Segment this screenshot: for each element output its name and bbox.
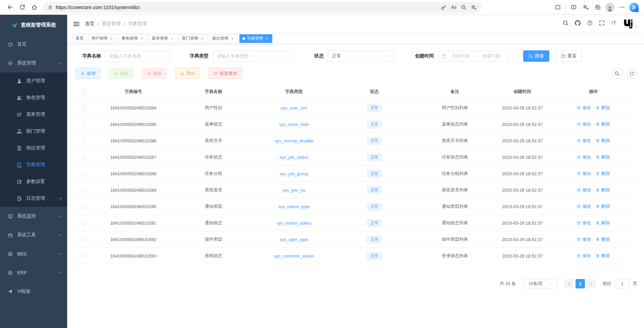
url-input[interactable] bbox=[56, 5, 439, 10]
row-edit-link[interactable]: 修改 bbox=[577, 105, 591, 111]
select-all-checkbox[interactable] bbox=[81, 89, 86, 94]
dict-type-input[interactable] bbox=[213, 51, 294, 62]
search-button[interactable] bbox=[563, 20, 568, 28]
sidebar-item-yi-framework[interactable]: Yi框架 bbox=[0, 282, 67, 301]
row-delete-link[interactable]: 删除 bbox=[596, 154, 610, 160]
sidebar-item-param-settings[interactable]: 参数设置 bbox=[0, 173, 67, 190]
add-button[interactable]: 新增 bbox=[76, 68, 100, 79]
app-logo[interactable]: 意框架管理系统 bbox=[0, 15, 67, 35]
sidebar-item-log-management[interactable]: 日志管理 bbox=[0, 190, 67, 207]
row-delete-link[interactable]: 删除 bbox=[596, 220, 610, 226]
sidebar-item-user-management[interactable]: 用户管理 bbox=[0, 73, 67, 89]
row-delete-link[interactable]: 删除 bbox=[596, 105, 610, 111]
date-range-input[interactable]: 开始日期 - 结束日期 bbox=[438, 51, 508, 62]
split-screen-button[interactable] bbox=[567, 2, 580, 13]
next-page-button[interactable] bbox=[587, 279, 596, 288]
reload-button[interactable] bbox=[16, 2, 28, 13]
breadcrumb-item[interactable]: 首页 bbox=[85, 21, 94, 27]
tab-role-management[interactable]: 角色管理 × bbox=[119, 34, 147, 43]
dict-type-link[interactable]: sys_show_hide bbox=[279, 122, 309, 127]
row-checkbox[interactable] bbox=[81, 253, 86, 258]
sidebar-item-system-monitor[interactable]: 系统监控 bbox=[0, 207, 67, 226]
row-edit-link[interactable]: 修改 bbox=[577, 220, 591, 226]
sidebar-item-dept-management[interactable]: 部门管理 bbox=[0, 123, 67, 140]
edit-button[interactable]: 修改 bbox=[109, 68, 134, 79]
page-size-select[interactable]: 10条/页 bbox=[523, 279, 557, 288]
close-icon[interactable]: × bbox=[170, 37, 174, 41]
row-delete-link[interactable]: 删除 bbox=[596, 187, 610, 193]
sidebar-item-erp[interactable]: ERP bbox=[0, 263, 67, 282]
sidebar-item-role-management[interactable]: 角色管理 bbox=[0, 89, 67, 106]
font-size-button[interactable]: TT bbox=[611, 20, 617, 28]
zoom-out-button[interactable] bbox=[459, 3, 469, 12]
favorites-bar-button[interactable] bbox=[580, 2, 592, 13]
user-avatar-menu[interactable] bbox=[623, 19, 638, 29]
dict-type-link[interactable]: sys_common_status bbox=[274, 253, 314, 259]
row-delete-link[interactable]: 删除 bbox=[596, 253, 610, 259]
row-edit-link[interactable]: 修改 bbox=[577, 253, 591, 259]
row-delete-link[interactable]: 删除 bbox=[596, 171, 610, 177]
close-icon[interactable]: × bbox=[109, 37, 114, 41]
row-checkbox[interactable] bbox=[81, 138, 86, 143]
row-checkbox[interactable] bbox=[81, 188, 86, 192]
status-select[interactable]: 正常 bbox=[328, 51, 395, 62]
row-edit-link[interactable]: 修改 bbox=[577, 171, 591, 177]
sidebar-item-menu-management[interactable]: 菜单管理 bbox=[0, 106, 67, 123]
close-icon[interactable]: × bbox=[200, 37, 204, 41]
row-delete-link[interactable]: 删除 bbox=[596, 138, 610, 144]
row-checkbox[interactable] bbox=[81, 204, 86, 209]
profile-button[interactable] bbox=[604, 2, 616, 13]
fullscreen-button[interactable] bbox=[599, 20, 605, 28]
collections-button[interactable] bbox=[592, 2, 604, 13]
tab-dict-management[interactable]: 字典管理 × bbox=[239, 34, 272, 43]
sidebar-item-system-management[interactable]: 系统管理 bbox=[0, 54, 67, 73]
row-checkbox[interactable] bbox=[81, 155, 86, 159]
home-button[interactable] bbox=[28, 2, 40, 13]
sidebar-item-system-tools[interactable]: 系统工具 bbox=[0, 226, 67, 244]
hamburger-icon[interactable] bbox=[73, 21, 80, 27]
more-button[interactable] bbox=[616, 2, 628, 13]
dict-type-link[interactable]: sys_job_status bbox=[279, 155, 308, 160]
dict-type-link[interactable]: sys_normal_disable bbox=[275, 138, 313, 143]
refresh-toggle-button[interactable] bbox=[627, 68, 637, 79]
github-button[interactable] bbox=[575, 20, 581, 28]
search-button[interactable]: 搜索 bbox=[523, 50, 549, 62]
row-delete-link[interactable]: 删除 bbox=[596, 121, 610, 127]
row-checkbox[interactable] bbox=[81, 122, 86, 127]
row-edit-link[interactable]: 修改 bbox=[577, 203, 591, 209]
url-bar[interactable] bbox=[43, 2, 481, 13]
dict-type-link[interactable]: sys_user_sex bbox=[281, 105, 307, 110]
row-edit-link[interactable]: 修改 bbox=[577, 138, 591, 144]
dict-type-link[interactable]: sys_notice_status bbox=[277, 221, 311, 226]
row-delete-link[interactable]: 删除 bbox=[596, 203, 610, 209]
read-aloud-button[interactable] bbox=[449, 3, 459, 12]
dict-type-link[interactable]: sys_yes_no bbox=[282, 188, 306, 193]
copilot-button[interactable]: b bbox=[628, 2, 640, 13]
row-delete-link[interactable]: 删除 bbox=[596, 236, 610, 242]
row-checkbox[interactable] bbox=[81, 237, 86, 242]
sidebar-item-post-management[interactable]: 岗位管理 bbox=[0, 140, 67, 156]
page-number-button[interactable]: 1 bbox=[576, 279, 585, 288]
row-edit-link[interactable]: 修改 bbox=[577, 154, 591, 160]
close-icon[interactable]: × bbox=[265, 37, 269, 41]
goto-page-input[interactable] bbox=[615, 279, 630, 288]
prev-page-button[interactable] bbox=[564, 279, 574, 288]
export-button[interactable]: 导出 bbox=[175, 68, 200, 79]
row-edit-link[interactable]: 修改 bbox=[577, 187, 591, 193]
dict-type-link[interactable]: sys_oper_type bbox=[280, 237, 308, 242]
row-checkbox[interactable] bbox=[81, 171, 86, 176]
refresh-cache-button[interactable]: 刷新缓存 bbox=[209, 68, 242, 79]
tab-post-management[interactable]: 岗位管理 × bbox=[209, 34, 238, 43]
row-checkbox[interactable] bbox=[81, 221, 86, 225]
close-icon[interactable]: × bbox=[139, 37, 144, 41]
delete-button[interactable]: 删除 bbox=[142, 68, 167, 79]
tab-user-management[interactable]: 用户管理 × bbox=[88, 34, 117, 43]
row-edit-link[interactable]: 修改 bbox=[577, 236, 591, 242]
close-icon[interactable]: × bbox=[230, 37, 235, 41]
key-button[interactable] bbox=[439, 3, 449, 12]
sidebar-item-dict-management[interactable]: 字典管理 bbox=[0, 156, 67, 173]
sidebar-item-bbs[interactable]: BBS bbox=[0, 244, 67, 263]
row-edit-link[interactable]: 修改 bbox=[577, 121, 591, 127]
reset-button[interactable]: 重置 bbox=[556, 50, 582, 62]
dict-type-link[interactable]: sys_job_group bbox=[280, 171, 308, 176]
